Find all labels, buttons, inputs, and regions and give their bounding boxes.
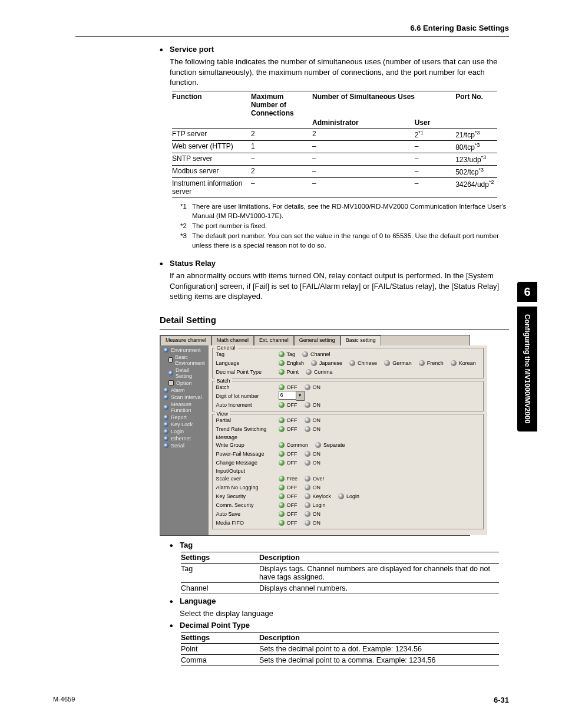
tree-item[interactable]: Option	[160, 380, 209, 387]
radio-icon[interactable]	[279, 351, 285, 357]
settings-screenshot: Measure channelMath channelExt. channelG…	[160, 335, 470, 536]
setting-label: Change Message	[216, 460, 276, 466]
radio-icon[interactable]	[419, 360, 425, 366]
radio-icon[interactable]	[279, 511, 285, 517]
tree-item[interactable]: Serial	[160, 442, 209, 449]
setting-label: Auto Save	[216, 511, 276, 517]
sphere-icon	[164, 422, 168, 427]
radio-icon[interactable]	[305, 511, 310, 517]
radio-icon[interactable]	[279, 417, 285, 423]
setting-label: Tag	[216, 351, 276, 357]
footer-page-number: 6-31	[494, 696, 509, 704]
radio-icon[interactable]	[305, 417, 310, 423]
radio-icon[interactable]	[384, 360, 390, 366]
view-fieldset: View PartialOFFONTrend Rate SwitchingOFF…	[212, 414, 484, 529]
setting-row: Alarm No LoggingOFFON	[216, 483, 481, 492]
radio-icon[interactable]	[279, 426, 285, 432]
sphere-icon	[164, 429, 168, 434]
radio-icon[interactable]	[305, 476, 310, 482]
detail-setting-heading: Detail Setting	[160, 315, 509, 325]
setting-row: PartialOFFON	[216, 416, 481, 424]
sphere-icon	[164, 415, 168, 420]
radio-icon[interactable]	[315, 442, 321, 448]
settings-tab[interactable]: General setting	[294, 335, 340, 345]
radio-icon[interactable]	[279, 502, 285, 508]
tree-item-label: Ethernet	[171, 436, 191, 442]
radio-icon[interactable]	[305, 451, 310, 457]
setting-row: Key SecurityOFFKeylockLogin	[216, 492, 481, 500]
tree-item[interactable]: Ethernet	[160, 435, 209, 442]
sphere-icon	[164, 395, 168, 400]
table-row: Web server (HTTP)1––80/tcp*3	[170, 141, 500, 152]
tree-item[interactable]: Key Lock	[160, 421, 209, 428]
radio-icon[interactable]	[306, 369, 312, 375]
radio-icon[interactable]	[279, 369, 285, 375]
tree-item[interactable]: Environment	[160, 347, 209, 354]
radio-icon[interactable]	[279, 384, 285, 390]
tree-item[interactable]: Report	[160, 414, 209, 421]
tree-item[interactable]: Login	[160, 428, 209, 435]
radio-icon[interactable]	[349, 360, 355, 366]
radio-icon[interactable]	[279, 360, 285, 366]
setting-row: BatchOFFON	[216, 383, 481, 391]
setting-label: Digit of lot number	[216, 393, 276, 399]
setting-row: Comm. SecurityOFFLogin	[216, 501, 481, 509]
radio-label: Free	[287, 476, 298, 482]
setting-row: Auto IncrementOFFON	[216, 401, 481, 409]
bullet-icon: •	[160, 45, 170, 55]
page-footer: M-4659 6-31	[53, 696, 509, 704]
radio-icon[interactable]	[338, 493, 344, 499]
tree-item[interactable]: Measure Function	[160, 401, 209, 414]
radio-icon[interactable]	[305, 502, 310, 508]
settings-tab[interactable]: Ext. channel	[254, 335, 294, 345]
settings-tab[interactable]: Measure channel	[160, 335, 211, 345]
radio-icon[interactable]	[305, 384, 310, 390]
setting-row: Digit of lot number6▾	[216, 392, 481, 400]
radio-icon[interactable]	[305, 485, 310, 490]
radio-icon[interactable]	[305, 493, 310, 499]
radio-label: ON	[313, 460, 321, 466]
radio-icon[interactable]	[451, 360, 457, 366]
language-paragraph: Select the display language	[180, 608, 509, 619]
radio-icon[interactable]	[279, 476, 285, 482]
radio-label: Keylock	[313, 493, 332, 499]
radio-label: Channel	[310, 351, 330, 357]
radio-icon[interactable]	[279, 493, 285, 499]
status-relay-heading-row: • Status Relay	[160, 259, 509, 269]
radio-icon[interactable]	[305, 460, 310, 466]
detail-setting-rule	[160, 330, 509, 330]
sphere-icon	[168, 371, 173, 375]
radio-icon[interactable]	[279, 451, 285, 457]
radio-icon[interactable]	[305, 520, 310, 526]
radio-icon[interactable]	[311, 360, 317, 366]
tree-item[interactable]: Basic Environment	[160, 354, 209, 367]
setting-label: Comm. Security	[216, 502, 276, 508]
radio-icon[interactable]	[279, 520, 285, 526]
table-header-row: Settings Description	[178, 633, 501, 643]
settings-tab[interactable]: Math channel	[211, 335, 254, 345]
digit-select[interactable]: 6▾	[279, 391, 305, 401]
footer-doc-id: M-4659	[53, 696, 75, 704]
radio-label: OFF	[287, 493, 297, 499]
radio-icon[interactable]	[279, 460, 285, 466]
radio-icon[interactable]	[305, 402, 310, 408]
radio-icon[interactable]	[302, 351, 308, 357]
batch-fieldset: Batch BatchOFFONDigit of lot number6▾Aut…	[212, 381, 484, 411]
radio-icon[interactable]	[279, 402, 285, 408]
radio-label: Tag	[287, 351, 296, 357]
setting-label: Trend Rate Switching	[216, 426, 276, 432]
note-row: *2The port number is fixed.	[180, 221, 509, 231]
settings-tab[interactable]: Basic setting	[340, 335, 381, 345]
radio-icon[interactable]	[279, 485, 285, 490]
tree-item[interactable]: Alarm	[160, 387, 209, 394]
note-row: *1There are user limitations. For detail…	[180, 202, 509, 221]
radio-icon[interactable]	[279, 442, 285, 448]
service-port-heading: Service port	[170, 45, 214, 55]
tree-item[interactable]: Detail Setting	[160, 367, 209, 380]
sphere-icon	[164, 388, 168, 393]
language-heading-row: • Language	[170, 597, 509, 607]
radio-icon[interactable]	[305, 426, 310, 432]
radio-label: Comma	[314, 369, 333, 375]
service-port-paragraph: The following table indicates the number…	[170, 57, 509, 88]
tree-item[interactable]: Scan Interval	[160, 394, 209, 401]
